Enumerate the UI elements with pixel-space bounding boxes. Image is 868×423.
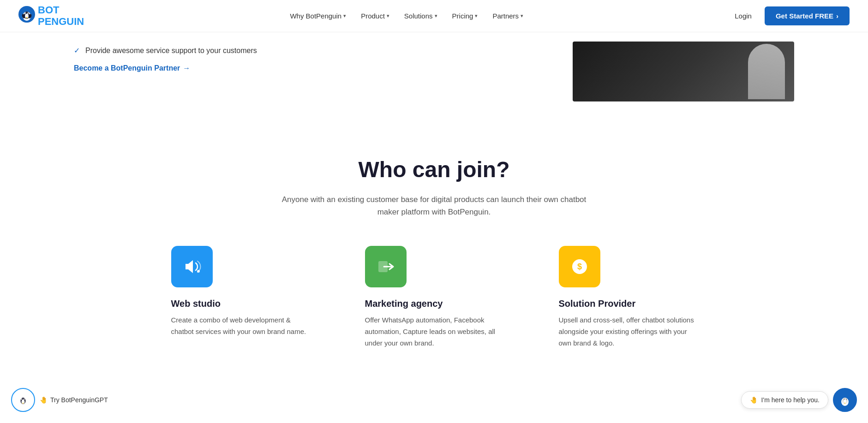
chevron-down-icon: ▾ bbox=[475, 13, 478, 19]
page-content: ✓ Provide awesome service support to you… bbox=[0, 32, 868, 386]
navbar: BOT PENGUIN Why BotPenguin ▾ Product ▾ S… bbox=[0, 0, 868, 32]
logo[interactable]: BOT PENGUIN bbox=[18, 5, 84, 27]
top-text-area: ✓ Provide awesome service support to you… bbox=[74, 42, 573, 73]
web-studio-desc: Create a combo of web development & chat… bbox=[171, 315, 310, 338]
logo-text: BOT PENGUIN bbox=[38, 5, 84, 27]
get-started-button[interactable]: Get Started FREE › bbox=[765, 6, 850, 25]
card-solution-provider: $ Solution Provider Upsell and cross-sel… bbox=[559, 246, 697, 349]
checkmark-icon: ✓ bbox=[74, 46, 80, 55]
nav-item-product[interactable]: Product ▾ bbox=[355, 8, 395, 24]
web-studio-title: Web studio bbox=[171, 298, 310, 309]
marketing-agency-desc: Offer WhatsApp automation, Facebook auto… bbox=[365, 315, 503, 349]
solution-provider-icon-box: $ bbox=[559, 246, 600, 287]
solution-provider-desc: Upsell and cross-sell, offer chatbot sol… bbox=[559, 315, 697, 349]
web-studio-icon-box bbox=[171, 246, 213, 287]
card-marketing-agency: Marketing agency Offer WhatsApp automati… bbox=[365, 246, 503, 349]
svg-point-5 bbox=[25, 13, 26, 14]
svg-point-11 bbox=[197, 270, 200, 273]
top-partial-section: ✓ Provide awesome service support to you… bbox=[0, 32, 868, 129]
card-web-studio: Web studio Create a combo of web develop… bbox=[171, 246, 310, 349]
nav-item-why-botpenguin[interactable]: Why BotPenguin ▾ bbox=[284, 8, 352, 24]
chevron-down-icon: ▾ bbox=[343, 13, 346, 19]
who-subtitle: Anyone with an existing customer base fo… bbox=[273, 193, 596, 218]
nav-item-partners[interactable]: Partners ▾ bbox=[487, 8, 529, 24]
nav-item-pricing[interactable]: Pricing ▾ bbox=[447, 8, 484, 24]
cards-grid: Web studio Create a combo of web develop… bbox=[74, 246, 794, 349]
hero-image-placeholder bbox=[573, 42, 794, 101]
dollar-circle-icon: $ bbox=[569, 256, 590, 277]
nav-links: Why BotPenguin ▾ Product ▾ Solutions ▾ P… bbox=[284, 8, 529, 24]
who-title: Who can join? bbox=[74, 157, 794, 182]
login-button[interactable]: Login bbox=[729, 8, 757, 24]
solution-provider-title: Solution Provider bbox=[559, 298, 697, 309]
svg-text:$: $ bbox=[577, 262, 581, 271]
check-text: Provide awesome service support to your … bbox=[85, 47, 257, 55]
login-arrow-icon bbox=[376, 256, 396, 277]
marketing-agency-icon-box bbox=[365, 246, 407, 287]
partner-hero-image bbox=[573, 42, 794, 101]
chevron-down-icon: ▾ bbox=[435, 13, 437, 19]
nav-item-solutions[interactable]: Solutions ▾ bbox=[399, 8, 443, 24]
chevron-down-icon: ▾ bbox=[387, 13, 389, 19]
person-silhouette bbox=[748, 44, 785, 99]
logo-penguin-icon bbox=[18, 6, 35, 26]
chevron-down-icon: ▾ bbox=[521, 13, 523, 19]
svg-point-6 bbox=[28, 13, 29, 14]
nav-right: Login Get Started FREE › bbox=[729, 6, 850, 25]
check-item: ✓ Provide awesome service support to you… bbox=[74, 46, 573, 55]
who-can-join-section: Who can join? Anyone with an existing cu… bbox=[0, 129, 868, 386]
become-partner-link[interactable]: Become a BotPenguin Partner → bbox=[74, 64, 190, 73]
megaphone-icon bbox=[182, 256, 202, 277]
marketing-agency-title: Marketing agency bbox=[365, 298, 503, 309]
